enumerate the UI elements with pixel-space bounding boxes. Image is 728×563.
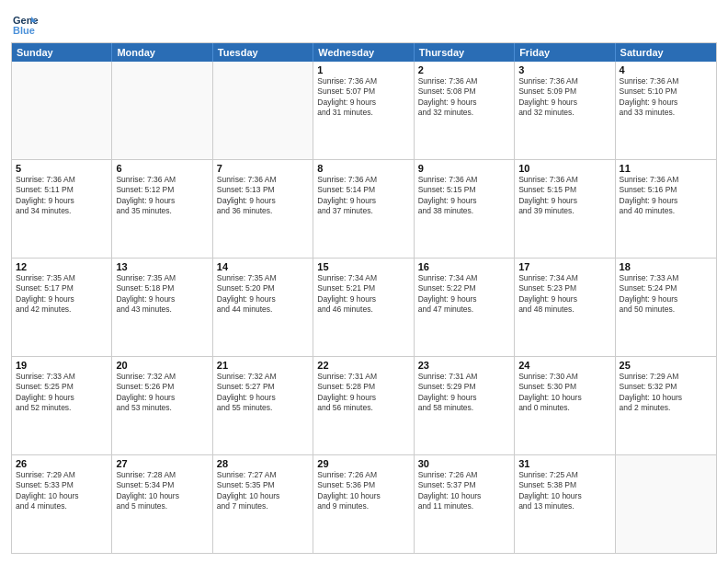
day-info: Sunrise: 7:36 AM Sunset: 5:09 PM Dayligh… — [518, 76, 610, 119]
day-number: 1 — [317, 64, 409, 75]
day-cell: 15Sunrise: 7:34 AM Sunset: 5:21 PM Dayli… — [313, 259, 414, 356]
day-cell: 18Sunrise: 7:33 AM Sunset: 5:24 PM Dayli… — [616, 259, 716, 356]
day-cell: 3Sunrise: 7:36 AM Sunset: 5:09 PM Daylig… — [515, 62, 615, 159]
day-info: Sunrise: 7:35 AM Sunset: 5:20 PM Dayligh… — [217, 273, 309, 316]
day-info: Sunrise: 7:36 AM Sunset: 5:11 PM Dayligh… — [16, 175, 108, 217]
day-cell: 2Sunrise: 7:36 AM Sunset: 5:08 PM Daylig… — [415, 62, 515, 159]
day-number: 3 — [518, 64, 610, 75]
calendar-week-row: 19Sunrise: 7:33 AM Sunset: 5:25 PM Dayli… — [12, 356, 716, 454]
day-number: 17 — [518, 261, 610, 272]
calendar-week-row: 5Sunrise: 7:36 AM Sunset: 5:11 PM Daylig… — [12, 159, 716, 258]
day-number: 2 — [418, 64, 510, 75]
empty-cell — [112, 62, 212, 159]
day-number: 9 — [418, 163, 510, 174]
day-info: Sunrise: 7:36 AM Sunset: 5:08 PM Dayligh… — [418, 76, 510, 119]
day-number: 14 — [217, 261, 309, 272]
day-cell: 26Sunrise: 7:29 AM Sunset: 5:33 PM Dayli… — [12, 455, 112, 553]
day-cell: 24Sunrise: 7:30 AM Sunset: 5:30 PM Dayli… — [515, 357, 615, 454]
day-info: Sunrise: 7:30 AM Sunset: 5:30 PM Dayligh… — [518, 372, 610, 414]
day-cell: 27Sunrise: 7:28 AM Sunset: 5:34 PM Dayli… — [112, 455, 212, 553]
day-cell: 30Sunrise: 7:26 AM Sunset: 5:37 PM Dayli… — [415, 455, 515, 553]
day-number: 25 — [620, 360, 712, 371]
weekday-header: Wednesday — [313, 43, 414, 62]
day-info: Sunrise: 7:36 AM Sunset: 5:16 PM Dayligh… — [620, 175, 712, 217]
day-info: Sunrise: 7:27 AM Sunset: 5:35 PM Dayligh… — [217, 470, 309, 512]
day-cell: 5Sunrise: 7:36 AM Sunset: 5:11 PM Daylig… — [12, 160, 112, 258]
day-number: 13 — [116, 261, 208, 272]
day-info: Sunrise: 7:28 AM Sunset: 5:34 PM Dayligh… — [116, 470, 208, 512]
day-number: 12 — [16, 261, 108, 272]
day-cell: 12Sunrise: 7:35 AM Sunset: 5:17 PM Dayli… — [12, 259, 112, 356]
day-number: 21 — [217, 360, 309, 371]
day-cell: 21Sunrise: 7:32 AM Sunset: 5:27 PM Dayli… — [213, 357, 313, 454]
day-cell: 20Sunrise: 7:32 AM Sunset: 5:26 PM Dayli… — [112, 357, 212, 454]
day-info: Sunrise: 7:36 AM Sunset: 5:15 PM Dayligh… — [518, 175, 610, 217]
weekday-header: Saturday — [616, 43, 716, 62]
day-cell: 1Sunrise: 7:36 AM Sunset: 5:07 PM Daylig… — [313, 62, 414, 159]
day-cell: 13Sunrise: 7:35 AM Sunset: 5:18 PM Dayli… — [112, 259, 212, 356]
day-cell: 10Sunrise: 7:36 AM Sunset: 5:15 PM Dayli… — [515, 160, 615, 258]
weekday-header: Friday — [515, 43, 615, 62]
day-number: 30 — [418, 458, 510, 469]
day-info: Sunrise: 7:25 AM Sunset: 5:38 PM Dayligh… — [518, 470, 610, 512]
day-info: Sunrise: 7:29 AM Sunset: 5:33 PM Dayligh… — [16, 470, 108, 512]
day-info: Sunrise: 7:36 AM Sunset: 5:10 PM Dayligh… — [620, 76, 712, 119]
day-number: 26 — [16, 458, 108, 469]
day-number: 18 — [620, 261, 712, 272]
day-number: 24 — [518, 360, 610, 371]
empty-cell — [213, 62, 313, 159]
day-cell: 14Sunrise: 7:35 AM Sunset: 5:20 PM Dayli… — [213, 259, 313, 356]
calendar-body: 1Sunrise: 7:36 AM Sunset: 5:07 PM Daylig… — [12, 62, 716, 553]
day-cell: 11Sunrise: 7:36 AM Sunset: 5:16 PM Dayli… — [616, 160, 716, 258]
empty-cell — [616, 455, 716, 553]
day-number: 4 — [620, 64, 712, 75]
day-cell: 19Sunrise: 7:33 AM Sunset: 5:25 PM Dayli… — [12, 357, 112, 454]
day-info: Sunrise: 7:26 AM Sunset: 5:36 PM Dayligh… — [317, 470, 409, 512]
logo-icon: General Blue — [11, 9, 39, 37]
day-info: Sunrise: 7:29 AM Sunset: 5:32 PM Dayligh… — [620, 372, 712, 414]
day-number: 6 — [116, 163, 208, 174]
weekday-header: Tuesday — [213, 43, 313, 62]
day-number: 15 — [317, 261, 409, 272]
logo: General Blue — [11, 9, 42, 37]
day-cell: 6Sunrise: 7:36 AM Sunset: 5:12 PM Daylig… — [112, 160, 212, 258]
day-info: Sunrise: 7:32 AM Sunset: 5:27 PM Dayligh… — [217, 372, 309, 414]
day-number: 7 — [217, 163, 309, 174]
svg-text:Blue: Blue — [13, 25, 35, 36]
day-number: 11 — [620, 163, 712, 174]
calendar-week-row: 12Sunrise: 7:35 AM Sunset: 5:17 PM Dayli… — [12, 258, 716, 356]
day-info: Sunrise: 7:31 AM Sunset: 5:28 PM Dayligh… — [317, 372, 409, 414]
day-number: 29 — [317, 458, 409, 469]
day-number: 20 — [116, 360, 208, 371]
empty-cell — [12, 62, 112, 159]
day-info: Sunrise: 7:36 AM Sunset: 5:13 PM Dayligh… — [217, 175, 309, 217]
day-info: Sunrise: 7:34 AM Sunset: 5:23 PM Dayligh… — [518, 273, 610, 316]
weekday-header: Monday — [112, 43, 212, 62]
day-info: Sunrise: 7:36 AM Sunset: 5:15 PM Dayligh… — [418, 175, 510, 217]
day-cell: 29Sunrise: 7:26 AM Sunset: 5:36 PM Dayli… — [313, 455, 414, 553]
weekday-header: Thursday — [415, 43, 515, 62]
day-info: Sunrise: 7:31 AM Sunset: 5:29 PM Dayligh… — [418, 372, 510, 414]
calendar-week-row: 26Sunrise: 7:29 AM Sunset: 5:33 PM Dayli… — [12, 454, 716, 553]
day-info: Sunrise: 7:36 AM Sunset: 5:14 PM Dayligh… — [317, 175, 409, 217]
day-cell: 31Sunrise: 7:25 AM Sunset: 5:38 PM Dayli… — [515, 455, 615, 553]
day-number: 23 — [418, 360, 510, 371]
day-number: 27 — [116, 458, 208, 469]
day-cell: 28Sunrise: 7:27 AM Sunset: 5:35 PM Dayli… — [213, 455, 313, 553]
day-cell: 7Sunrise: 7:36 AM Sunset: 5:13 PM Daylig… — [213, 160, 313, 258]
day-number: 16 — [418, 261, 510, 272]
day-number: 5 — [16, 163, 108, 174]
day-info: Sunrise: 7:35 AM Sunset: 5:18 PM Dayligh… — [116, 273, 208, 316]
day-number: 8 — [317, 163, 409, 174]
day-number: 22 — [317, 360, 409, 371]
day-cell: 8Sunrise: 7:36 AM Sunset: 5:14 PM Daylig… — [313, 160, 414, 258]
day-cell: 23Sunrise: 7:31 AM Sunset: 5:29 PM Dayli… — [415, 357, 515, 454]
calendar-week-row: 1Sunrise: 7:36 AM Sunset: 5:07 PM Daylig… — [12, 62, 716, 159]
day-cell: 17Sunrise: 7:34 AM Sunset: 5:23 PM Dayli… — [515, 259, 615, 356]
page-header: General Blue — [11, 9, 717, 37]
calendar-header: SundayMondayTuesdayWednesdayThursdayFrid… — [12, 43, 716, 62]
day-info: Sunrise: 7:34 AM Sunset: 5:22 PM Dayligh… — [418, 273, 510, 316]
day-number: 31 — [518, 458, 610, 469]
day-info: Sunrise: 7:36 AM Sunset: 5:07 PM Dayligh… — [317, 76, 409, 119]
day-info: Sunrise: 7:26 AM Sunset: 5:37 PM Dayligh… — [418, 470, 510, 512]
